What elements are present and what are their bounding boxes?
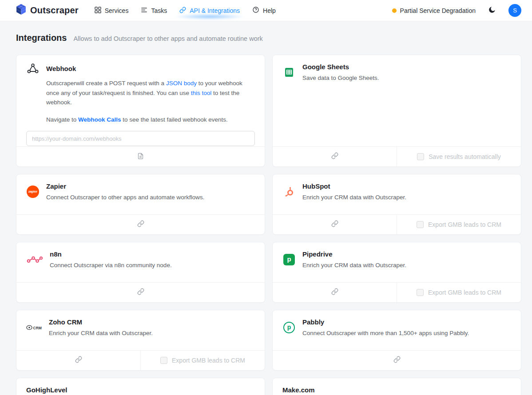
card-description: Connect Outscraper with more than 1,500+… <box>302 330 469 336</box>
n8n-link-action[interactable] <box>16 283 265 302</box>
card-hubspot: HubSpot Enrich your CRM data with Outscr… <box>272 174 521 235</box>
chain-link-icon <box>331 152 338 161</box>
n8n-footer <box>16 282 265 302</box>
card-description: Enrich your CRM data with Outscraper. <box>49 330 153 336</box>
chain-link-icon <box>331 220 338 229</box>
card-title: Pabbly <box>302 318 469 326</box>
nav-label: Services <box>105 7 129 14</box>
checkbox-label: Save results automatically <box>429 153 501 160</box>
card-pabbly: p Pabbly Connect Outscraper with more th… <box>272 310 521 371</box>
tasks-icon <box>141 7 147 15</box>
card-description: Save data to Google Sheets. <box>302 75 379 81</box>
hubspot-link-action[interactable] <box>273 215 397 234</box>
dark-mode-toggle[interactable] <box>488 6 496 16</box>
user-avatar[interactable]: S <box>508 4 521 17</box>
page-title: Integrations <box>16 33 67 43</box>
document-icon <box>137 153 144 161</box>
webhook-paragraph-1: Outscraperwill create a POST request wit… <box>46 79 255 107</box>
nav-tasks[interactable]: Tasks <box>135 0 173 21</box>
google-sheets-autosave-option[interactable]: Save results automatically <box>397 147 521 166</box>
json-body-link[interactable]: JSON body <box>166 80 197 87</box>
app-header: Outscraper Services Tasks <box>0 0 532 21</box>
webhook-save-action[interactable] <box>16 147 265 166</box>
nav-label: Tasks <box>151 7 167 14</box>
main-nav: Services Tasks API & Integrations <box>88 0 282 21</box>
card-zapier: zapier Zapier Connect Outscraper to othe… <box>16 174 265 235</box>
card-description: Enrich your CRM data with Outscraper. <box>302 194 406 201</box>
webhook-paragraph-2: Navigate to Webhook Calls to see the lat… <box>46 115 255 125</box>
zapier-logo-icon: zapier <box>26 186 40 198</box>
nav-services[interactable]: Services <box>88 0 135 21</box>
hubspot-export-checkbox[interactable] <box>417 221 424 228</box>
pabbly-link-action[interactable] <box>273 351 521 370</box>
page-subtitle: Allows to add Outscraper to other apps a… <box>73 35 262 42</box>
webhook-icon <box>26 63 40 74</box>
zoho-link-action[interactable] <box>16 351 140 370</box>
hubspot-export-option[interactable]: Export GMB leads to CRM <box>397 215 521 234</box>
hubspot-footer: Export GMB leads to CRM <box>273 214 521 234</box>
card-title: HubSpot <box>302 182 406 190</box>
card-title: GoHighLevel <box>26 386 255 394</box>
card-title: Google Sheets <box>302 63 379 71</box>
google-sheets-icon <box>282 67 296 78</box>
pabbly-logo-icon: p <box>282 322 296 333</box>
pipedrive-export-option[interactable]: Export GMB leads to CRM <box>397 283 521 302</box>
zapier-link-action[interactable] <box>16 215 265 234</box>
logo[interactable]: Outscraper <box>16 4 79 17</box>
help-icon <box>252 6 259 15</box>
moon-icon <box>488 6 496 16</box>
google-sheets-autosave-checkbox[interactable] <box>417 153 424 160</box>
card-description: Connect Outscraper via n8n community nod… <box>50 262 172 269</box>
card-title: Webhook <box>46 65 76 72</box>
checkbox-label: Export GMB leads to CRM <box>428 221 501 228</box>
zapier-footer <box>16 214 265 234</box>
header-right: Partial Service Degradation S <box>392 4 521 17</box>
service-status[interactable]: Partial Service Degradation <box>392 7 476 14</box>
avatar-letter: S <box>513 7 517 14</box>
pipedrive-link-action[interactable] <box>273 283 397 302</box>
chain-link-icon <box>75 356 82 365</box>
chain-link-icon <box>393 356 401 365</box>
pabbly-footer <box>273 350 521 370</box>
card-make: Make.com <box>272 378 521 395</box>
nav-help[interactable]: Help <box>246 0 282 21</box>
zoho-footer: Export GMB leads to CRM <box>16 350 265 370</box>
card-pipedrive: p Pipedrive Enrich your CRM data with Ou… <box>272 242 521 303</box>
card-title: Pipedrive <box>302 250 406 258</box>
card-google-sheets: Google Sheets Save data to Google Sheets… <box>272 55 521 167</box>
n8n-icon <box>26 255 43 264</box>
integrations-page: Integrations Allows to add Outscraper to… <box>0 21 532 395</box>
integrations-grid: Webhook Outscraperwill create a POST req… <box>16 55 521 395</box>
hubspot-icon <box>282 186 296 197</box>
chain-link-icon <box>137 220 144 229</box>
page-head: Integrations Allows to add Outscraper to… <box>16 33 521 43</box>
webhook-calls-link[interactable]: Webhook Calls <box>78 116 121 123</box>
card-webhook: Webhook Outscraperwill create a POST req… <box>16 55 265 167</box>
card-description: Enrich your CRM data with Outscraper. <box>302 262 406 269</box>
webhook-footer <box>16 146 265 166</box>
zoho-export-option[interactable]: Export GMB leads to CRM <box>140 351 265 370</box>
card-zoho-crm: CRM Zoho CRM Enrich your CRM data with O… <box>16 310 265 371</box>
link-icon <box>179 7 186 15</box>
card-gohighlevel: GoHighLevel <box>16 378 265 395</box>
chain-link-icon <box>137 288 144 297</box>
pipedrive-export-checkbox[interactable] <box>417 289 424 296</box>
nav-api-integrations[interactable]: API & Integrations <box>173 0 246 21</box>
logo-cube-icon <box>16 4 26 17</box>
logo-text: Outscraper <box>30 5 79 16</box>
status-label: Partial Service Degradation <box>400 7 476 14</box>
pipedrive-logo-icon: p <box>282 254 296 265</box>
card-n8n: n8n Connect Outscraper via n8n community… <box>16 242 265 303</box>
chain-link-icon <box>331 288 338 297</box>
checkbox-label: Export GMB leads to CRM <box>172 357 245 364</box>
webhook-url-input[interactable] <box>26 131 255 146</box>
zoho-export-checkbox[interactable] <box>160 357 167 364</box>
card-title: Make.com <box>282 386 511 394</box>
pipedrive-footer: Export GMB leads to CRM <box>273 282 521 302</box>
webhook-description: Outscraperwill create a POST request wit… <box>46 79 255 124</box>
this-tool-link[interactable]: this tool <box>191 90 212 96</box>
google-sheets-link-action[interactable] <box>273 147 397 166</box>
nav-label: Help <box>263 7 276 14</box>
nav-label: API & Integrations <box>190 7 240 14</box>
zoho-crm-icon: CRM <box>26 324 42 332</box>
